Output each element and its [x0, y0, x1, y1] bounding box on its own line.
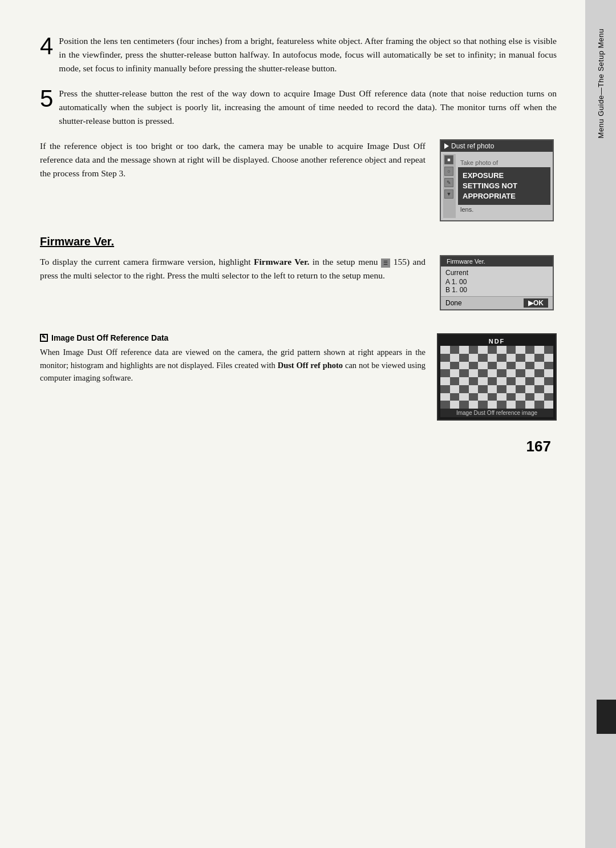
note-bold-text: Dust Off ref photo [278, 361, 343, 370]
checker-cell [534, 346, 544, 354]
firmware-bold: Firmware Ver. [254, 257, 309, 266]
page-wrapper: 4 Position the lens ten centimeters (fou… [0, 0, 616, 848]
checker-cell [516, 385, 525, 393]
checker-cell [478, 401, 488, 409]
checker-cell [469, 393, 479, 401]
checker-cell [506, 362, 516, 370]
firmware-ok-button: ▶OK [524, 298, 548, 308]
firmware-heading: Firmware Ver. [40, 235, 557, 248]
checker-cell [506, 354, 516, 362]
checker-cell [544, 377, 554, 385]
checker-cell [440, 354, 450, 362]
checker-cell [440, 377, 450, 385]
checker-cell [534, 393, 544, 401]
cam-sidebar-icon-2: ○ [444, 167, 453, 176]
firmware-section: To display the current camera firmware v… [40, 255, 557, 310]
checker-cell [544, 385, 554, 393]
page-number: 167 [40, 438, 557, 455]
checker-cell [525, 354, 535, 362]
checker-cell [459, 362, 469, 370]
cam-sidebar-icon-3: ✎ [444, 178, 453, 187]
exposure-message: EXPOSURE SETTINGS NOT APPROPRIATE [458, 167, 550, 205]
menu-icon-inline: ☰ [381, 259, 390, 268]
checker-cell [525, 346, 535, 354]
checker-cell [450, 354, 460, 362]
checker-cell [525, 385, 535, 393]
checker-cell [469, 385, 479, 393]
checker-cell [544, 362, 554, 370]
checker-cell [497, 393, 506, 401]
cam-sidebar: ■ ○ ✎ ▼ [443, 154, 456, 218]
checker-cell [544, 401, 554, 409]
checker-cell [516, 369, 525, 377]
note-pencil-icon [40, 334, 48, 342]
checker-cell [544, 393, 554, 401]
checker-cell [488, 401, 497, 409]
checker-cell [497, 354, 506, 362]
checker-cell [459, 401, 469, 409]
checker-cell [506, 385, 516, 393]
step-5-block: 5 Press the shutter-release button the r… [40, 87, 557, 128]
checker-cell [469, 369, 479, 377]
checker-cell [497, 362, 506, 370]
checker-cell [488, 377, 497, 385]
sidebar: Menu Guide—The Setup Menu [585, 0, 616, 848]
checker-cell [450, 369, 460, 377]
checker-cell [488, 362, 497, 370]
dust-ref-screen-header: Dust ref photo [441, 140, 553, 152]
firmware-text-col: To display the current camera firmware v… [40, 255, 425, 310]
checker-cell [469, 377, 479, 385]
cam-take-photo-label: Take photo of [458, 158, 550, 167]
checker-cell [516, 346, 525, 354]
play-icon [444, 143, 449, 149]
note-text-col: Image Dust Off Reference Data When Image… [40, 333, 425, 421]
checker-cell [516, 401, 525, 409]
cam-sidebar-icon-1: ■ [444, 155, 453, 164]
checker-cell [459, 354, 469, 362]
checker-cell [516, 362, 525, 370]
firmware-a: A 1. 00 [445, 278, 548, 286]
step-5-text: Press the shutter-release button the res… [59, 87, 557, 128]
firmware-values: A 1. 00 B 1. 00 [441, 278, 553, 296]
checker-cell [488, 346, 497, 354]
checker-cell [478, 369, 488, 377]
firmware-para: To display the current camera firmware v… [40, 255, 425, 282]
checker-cell [534, 362, 544, 370]
checker-cell [469, 354, 479, 362]
checker-cell [440, 362, 450, 370]
checker-cell [440, 393, 450, 401]
checker-cell [534, 369, 544, 377]
checker-cell [478, 393, 488, 401]
checker-cell [478, 346, 488, 354]
checker-cell [459, 369, 469, 377]
checker-cell [488, 354, 497, 362]
checker-cell [497, 346, 506, 354]
ndf-label: NDF [440, 337, 553, 346]
exposure-line1: EXPOSURE [463, 171, 504, 180]
firmware-image-col: Firmware Ver. Current A 1. 00 B 1. 00 Do… [437, 255, 557, 310]
checker-cell [534, 354, 544, 362]
firmware-b: B 1. 00 [445, 286, 548, 294]
cam-main: Take photo of EXPOSURE SETTINGS NOT APPR… [458, 154, 550, 218]
checker-cell [534, 401, 544, 409]
note-image-col: NDF Image Dust Off reference image [437, 333, 557, 421]
checker-cell [440, 346, 450, 354]
checker-cell [544, 354, 554, 362]
step-5-number: 5 [40, 87, 53, 111]
note-title-text: Image Dust Off Reference Data [51, 333, 168, 342]
checker-cell [516, 354, 525, 362]
checker-cell [525, 401, 535, 409]
checker-cell [497, 401, 506, 409]
step-4-number: 4 [40, 34, 53, 58]
cam-sidebar-icon-4: ▼ [444, 189, 453, 199]
checker-cell [459, 393, 469, 401]
checker-cell [469, 362, 479, 370]
note-body: When Image Dust Off reference data are v… [40, 346, 425, 384]
checker-cell [450, 385, 460, 393]
checker-cell [478, 354, 488, 362]
checker-cell [497, 385, 506, 393]
checker-cell [450, 377, 460, 385]
checker-cell [469, 401, 479, 409]
checker-cell [488, 393, 497, 401]
checker-cell [488, 385, 497, 393]
